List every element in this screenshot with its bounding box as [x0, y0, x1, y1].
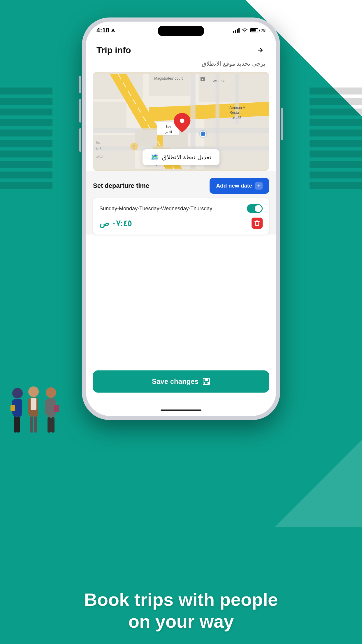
- phone-side-btn: [79, 76, 81, 93]
- svg-rect-16: [45, 400, 49, 414]
- departure-time-row: Set departure time Add new date +: [93, 178, 269, 194]
- svg-rect-23: [235, 30, 236, 33]
- svg-rect-12: [30, 416, 33, 433]
- subtitle-arabic: يرجى تحديد موقع الانطلاق: [86, 60, 276, 72]
- status-time: 4:18: [96, 27, 115, 34]
- svg-rect-13: [34, 416, 37, 433]
- status-icons: 78: [233, 28, 266, 33]
- phone-mockup: 4:18: [82, 18, 280, 420]
- delete-schedule-button[interactable]: [252, 218, 263, 229]
- svg-point-60: [200, 131, 206, 136]
- svg-point-58: [180, 118, 184, 123]
- trash-icon: [254, 220, 260, 226]
- svg-rect-11: [31, 398, 36, 410]
- left-stripes-decoration: [0, 88, 52, 192]
- departure-label: Set departure time: [93, 182, 149, 190]
- schedule-card: Sunday-Monday-Tuesday-Wednesday-Thursday…: [93, 198, 269, 235]
- svg-text:▲: ▲: [201, 78, 204, 81]
- add-date-label: Add new date: [216, 183, 252, 189]
- bg-decoration-bottom-right: [275, 440, 362, 527]
- dynamic-island: [158, 26, 204, 36]
- svg-rect-31: [93, 135, 135, 169]
- save-changes-label: Save changes: [152, 377, 198, 386]
- app-header: Trip info: [86, 39, 276, 60]
- svg-text:الرأقة: الرأقة: [96, 155, 103, 158]
- signal-icon: [233, 28, 240, 33]
- schedule-toggle[interactable]: [247, 204, 263, 213]
- svg-rect-6: [10, 405, 15, 411]
- toggle-thumb: [255, 205, 262, 212]
- status-bar: 4:18: [86, 22, 276, 39]
- phone-power-btn: [281, 108, 283, 140]
- add-icon: +: [255, 182, 263, 190]
- svg-text:Magistrates' court: Magistrates' court: [154, 76, 183, 80]
- svg-rect-25: [238, 28, 240, 33]
- svg-rect-64: [205, 378, 208, 381]
- svg-text:8th: 8th: [166, 125, 171, 128]
- svg-text:Wa... St.: Wa... St.: [213, 79, 226, 83]
- svg-rect-4: [14, 416, 17, 433]
- phone-vol-down: [79, 128, 81, 152]
- svg-rect-29: [199, 74, 269, 102]
- save-changes-button[interactable]: Save changes: [93, 370, 269, 393]
- location-arrow-icon: [111, 28, 115, 32]
- wifi-icon: [242, 28, 248, 33]
- map-container[interactable]: 8th الثامن Magistrates' court ▲ Amman A …: [93, 72, 269, 171]
- content-section: Set departure time Add new date + Sunday…: [86, 171, 276, 235]
- departure-time-arabic[interactable]: ٠٧:٤٥ ص: [99, 218, 132, 228]
- svg-text:الكبرى: الكبرى: [232, 116, 241, 119]
- map-overlay-text: تعديل نقطة الانطلاق: [162, 154, 211, 161]
- svg-text:فرع: فرع: [96, 146, 101, 150]
- svg-text:🍴: 🍴: [132, 144, 137, 149]
- svg-rect-5: [17, 416, 20, 433]
- schedule-days: Sunday-Monday-Tuesday-Wednesday-Thursday: [99, 206, 212, 212]
- phone-vol-up: [79, 99, 81, 123]
- svg-rect-41: [135, 130, 157, 146]
- svg-text:مخا: مخا: [96, 141, 101, 144]
- people-illustration: [9, 382, 61, 446]
- edit-departure-point-button[interactable]: 🗺️ تعديل نقطة الانطلاق: [143, 149, 219, 165]
- svg-rect-3: [19, 400, 22, 414]
- svg-rect-18: [54, 405, 59, 412]
- schedule-days-row: Sunday-Monday-Tuesday-Wednesday-Thursday: [99, 204, 263, 213]
- forward-arrow-button[interactable]: [255, 45, 266, 55]
- bottom-text-line2: on your way: [0, 611, 362, 632]
- svg-text:Amman A: Amman A: [229, 106, 245, 110]
- svg-rect-20: [51, 417, 55, 433]
- page-title: Trip info: [96, 45, 131, 55]
- svg-point-7: [28, 386, 39, 397]
- map-icon: 🗺️: [151, 153, 159, 161]
- save-btn-container: Save changes: [93, 370, 269, 393]
- svg-text:الثامن: الثامن: [164, 130, 172, 134]
- bottom-text-line1: Book trips with people: [0, 589, 362, 610]
- battery-indicator: 78: [250, 28, 266, 33]
- save-icon: [203, 378, 210, 385]
- svg-rect-22: [233, 31, 234, 33]
- svg-rect-19: [48, 417, 51, 433]
- svg-rect-30: [93, 102, 126, 130]
- bottom-tagline: Book trips with people on your way: [0, 589, 362, 632]
- svg-rect-24: [237, 29, 238, 33]
- svg-rect-66: [205, 382, 208, 384]
- svg-point-14: [46, 387, 56, 398]
- arrow-right-icon: [257, 47, 264, 54]
- add-new-date-button[interactable]: Add new date +: [210, 178, 269, 194]
- svg-text:Resta: Resta: [229, 111, 239, 115]
- svg-point-0: [12, 388, 23, 398]
- right-stripes-decoration: [310, 88, 362, 192]
- time-row: ٠٧:٤٥ ص: [99, 218, 263, 229]
- home-indicator: [161, 410, 201, 411]
- svg-marker-21: [111, 28, 115, 32]
